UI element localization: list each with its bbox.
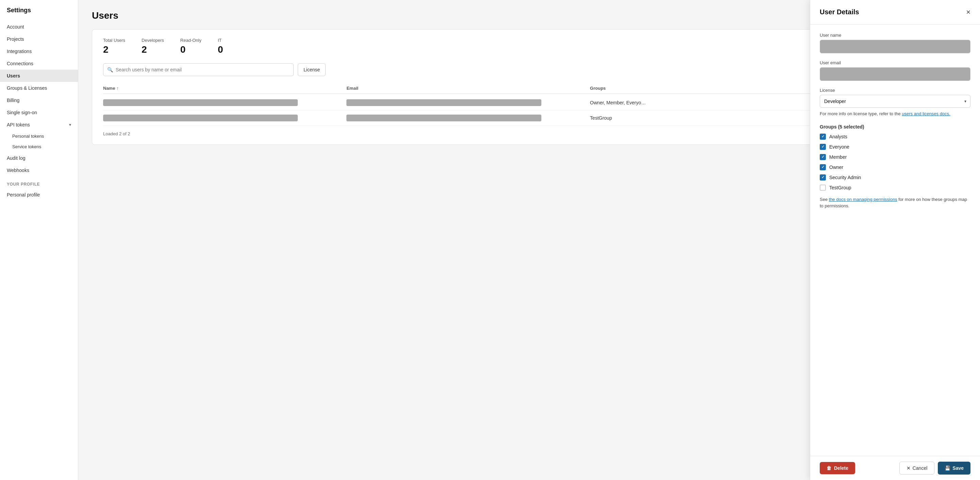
permissions-hint: See the docs on managing permissions for…: [820, 196, 970, 209]
save-button[interactable]: 💾 Save: [938, 462, 970, 475]
search-input[interactable]: [103, 63, 294, 76]
close-button[interactable]: ×: [966, 8, 970, 16]
cell-groups-1: Owner, Member, Everyo…: [590, 100, 833, 105]
group-checkbox-member[interactable]: [820, 154, 826, 160]
cell-email-1: [347, 99, 590, 106]
group-item-owner: Owner: [820, 164, 970, 170]
redacted-email-2: [347, 114, 541, 121]
sidebar-item-label-api-tokens: API tokens: [7, 122, 30, 127]
group-name-analysts: Analysts: [829, 134, 847, 139]
group-item-analysts: Analysts: [820, 134, 970, 140]
group-item-security-admin: Security Admin: [820, 174, 970, 181]
stat-label-developers: Developers: [142, 38, 164, 43]
sidebar-item-personal-profile[interactable]: Personal profile: [0, 189, 78, 201]
group-name-security-admin: Security Admin: [829, 175, 861, 180]
sidebar-item-label-billing: Billing: [7, 98, 19, 103]
sidebar-item-label-webhooks: Webhooks: [7, 168, 29, 173]
cell-email-2: [347, 114, 590, 121]
cell-name-2: [103, 114, 347, 121]
sidebar-item-api-tokens[interactable]: API tokens ▾: [0, 119, 78, 131]
footer-right-buttons: ✕ Cancel 💾 Save: [899, 462, 970, 475]
sidebar-item-account[interactable]: Account: [0, 21, 78, 33]
permissions-docs-link[interactable]: the docs on managing permissions: [829, 197, 897, 202]
panel-footer: 🗑 Delete ✕ Cancel 💾 Save: [810, 456, 980, 480]
group-checkbox-analysts[interactable]: [820, 134, 826, 140]
group-checkbox-owner[interactable]: [820, 164, 826, 170]
groups-label: Groups (5 selected): [820, 124, 970, 130]
sidebar-item-label-sso: Single sign-on: [7, 110, 37, 115]
user-details-panel: User Details × User name User email Lice…: [810, 0, 980, 480]
sidebar-item-label-integrations: Integrations: [7, 49, 32, 54]
delete-button[interactable]: 🗑 Delete: [820, 462, 855, 474]
panel-title: User Details: [820, 8, 859, 16]
sidebar-item-label-audit-log: Audit log: [7, 155, 25, 161]
stat-it: IT 0: [218, 38, 223, 55]
cell-groups-2: TestGroup: [590, 115, 833, 121]
stat-value-it: 0: [218, 44, 223, 55]
panel-body: User name User email License Developer R…: [810, 24, 980, 456]
license-select[interactable]: Developer Read-Only IT: [820, 95, 970, 108]
sidebar-item-billing[interactable]: Billing: [0, 94, 78, 106]
sidebar-item-label-personal-profile: Personal profile: [7, 192, 40, 198]
useremail-input-redacted: [820, 67, 970, 81]
group-name-member: Member: [829, 154, 846, 160]
license-group: License Developer Read-Only IT ▾ For mor…: [820, 88, 970, 117]
sidebar-item-connections[interactable]: Connections: [0, 57, 78, 70]
sidebar-item-single-sign-on[interactable]: Single sign-on: [0, 106, 78, 119]
column-header-name[interactable]: Name ↑: [103, 86, 347, 91]
sidebar-item-groups-licenses[interactable]: Groups & Licenses: [0, 82, 78, 94]
stat-developers: Developers 2: [142, 38, 164, 55]
stat-label-total-users: Total Users: [103, 38, 125, 43]
group-name-testgroup: TestGroup: [829, 185, 851, 190]
trash-icon: 🗑: [827, 466, 831, 471]
sidebar-item-webhooks[interactable]: Webhooks: [0, 164, 78, 176]
cell-name-1: [103, 99, 347, 106]
sidebar-title: Settings: [0, 7, 78, 21]
cancel-button[interactable]: ✕ Cancel: [899, 462, 935, 475]
useremail-label: User email: [820, 60, 970, 65]
group-checkbox-testgroup[interactable]: [820, 185, 826, 191]
sort-icon: ↑: [116, 86, 119, 91]
sidebar-profile-section: Your profile: [0, 176, 78, 189]
save-icon: 💾: [945, 466, 950, 471]
redacted-name-2: [103, 114, 298, 121]
sidebar-sub-label-service-tokens: Service tokens: [12, 144, 41, 149]
sidebar-item-projects[interactable]: Projects: [0, 33, 78, 45]
sidebar-sub-label-personal-tokens: Personal tokens: [12, 134, 44, 139]
username-input-redacted: [820, 40, 970, 53]
group-item-member: Member: [820, 154, 970, 160]
chevron-down-icon: ▾: [69, 122, 71, 127]
search-input-wrapper: 🔍: [103, 63, 294, 76]
sidebar-item-label-groups-licenses: Groups & Licenses: [7, 86, 47, 91]
license-hint: For more info on license type, refer to …: [820, 111, 970, 117]
sidebar-item-users[interactable]: Users: [0, 70, 78, 82]
sidebar-item-audit-log[interactable]: Audit log: [0, 152, 78, 164]
panel-header: User Details ×: [810, 0, 980, 24]
stat-value-developers: 2: [142, 44, 164, 55]
sidebar-item-label-connections: Connections: [7, 61, 33, 66]
group-checkbox-everyone[interactable]: [820, 144, 826, 150]
stat-read-only: Read-Only 0: [180, 38, 202, 55]
search-icon: 🔍: [107, 67, 113, 73]
useremail-group: User email: [820, 60, 970, 81]
redacted-email-1: [347, 99, 541, 106]
sidebar-item-service-tokens[interactable]: Service tokens: [0, 141, 78, 152]
stat-label-it: IT: [218, 38, 223, 43]
stat-value-read-only: 0: [180, 44, 202, 55]
license-filter-button[interactable]: License: [298, 63, 326, 76]
username-label: User name: [820, 33, 970, 38]
sidebar-item-integrations[interactable]: Integrations: [0, 45, 78, 57]
sidebar-item-label-account: Account: [7, 24, 24, 30]
stat-label-read-only: Read-Only: [180, 38, 202, 43]
sidebar-item-label-users: Users: [7, 73, 20, 79]
license-docs-link[interactable]: users and licenses docs.: [902, 111, 950, 116]
license-label: License: [820, 88, 970, 93]
column-header-email: Email: [347, 86, 590, 91]
username-group: User name: [820, 33, 970, 53]
redacted-name-1: [103, 99, 298, 106]
group-name-owner: Owner: [829, 165, 843, 170]
stat-total-users: Total Users 2: [103, 38, 125, 55]
group-checkbox-security-admin[interactable]: [820, 174, 826, 181]
sidebar-item-personal-tokens[interactable]: Personal tokens: [0, 131, 78, 141]
column-header-groups: Groups: [590, 86, 833, 91]
